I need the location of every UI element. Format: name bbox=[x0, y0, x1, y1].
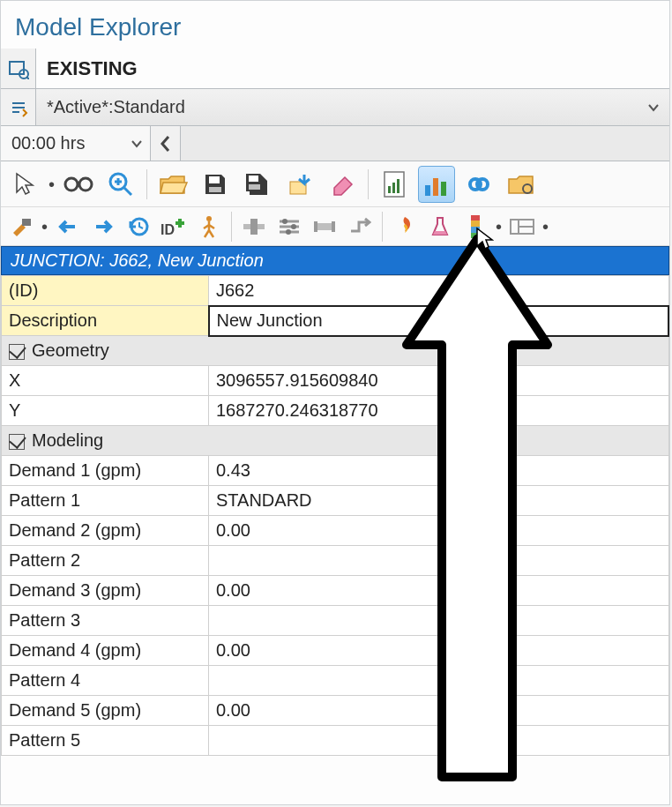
svg-rect-40 bbox=[471, 220, 480, 227]
row-demand-1: Demand 1 (gpm)0.43 bbox=[2, 456, 669, 486]
label-x: X bbox=[2, 366, 209, 396]
layout-tool-button[interactable] bbox=[507, 212, 537, 242]
row-pattern-1: Pattern 1STANDARD bbox=[2, 486, 669, 516]
save-button[interactable] bbox=[197, 166, 234, 203]
flow-icon bbox=[348, 217, 371, 236]
hyperlink-button[interactable] bbox=[460, 166, 497, 203]
selection-set-icon bbox=[9, 98, 28, 117]
valve-tool-button[interactable] bbox=[239, 212, 269, 242]
toolbar-row-2: • ID bbox=[1, 207, 669, 246]
report-button[interactable] bbox=[376, 166, 413, 203]
scenario-icon-button[interactable] bbox=[1, 49, 36, 88]
arrow-right-icon bbox=[93, 218, 114, 235]
label-description: Description bbox=[2, 306, 209, 336]
link-icon bbox=[63, 175, 93, 194]
row-demand-3: Demand 3 (gpm)0.00 bbox=[2, 576, 669, 606]
folder-open-icon bbox=[158, 172, 188, 197]
history-icon bbox=[127, 215, 150, 238]
add-id-button[interactable]: ID bbox=[159, 212, 189, 242]
hammer-icon bbox=[10, 215, 33, 238]
row-y: Y 1687270.246318770 bbox=[2, 396, 669, 426]
bar-chart-icon bbox=[422, 171, 451, 198]
chevron-down-icon bbox=[131, 138, 143, 150]
eraser-button[interactable] bbox=[324, 166, 361, 203]
selection-set-icon-button[interactable] bbox=[1, 89, 36, 125]
section-modeling[interactable]: Modeling bbox=[2, 426, 669, 456]
eraser-icon bbox=[329, 172, 355, 197]
history-button[interactable] bbox=[123, 212, 153, 242]
selection-set-name: *Active*:Standard bbox=[47, 97, 185, 117]
entity-header: JUNCTION: J662, New Junction bbox=[1, 246, 669, 275]
import-button[interactable] bbox=[281, 166, 318, 203]
pipe-icon bbox=[312, 218, 337, 235]
zoom-in-button[interactable] bbox=[102, 166, 139, 203]
checkbox-icon bbox=[9, 344, 25, 360]
graph-button[interactable] bbox=[418, 166, 455, 203]
chevron-down-icon[interactable] bbox=[638, 89, 669, 125]
time-dropdown[interactable]: 00:00 hrs bbox=[1, 126, 151, 161]
section-geometry[interactable]: Geometry bbox=[2, 336, 669, 366]
selection-set-dropdown[interactable]: *Active*:Standard bbox=[36, 89, 638, 125]
svg-rect-17 bbox=[397, 179, 399, 193]
open-folder-button[interactable] bbox=[154, 166, 191, 203]
pipe-tool-button[interactable] bbox=[310, 212, 340, 242]
link-tool-button[interactable] bbox=[60, 166, 97, 203]
walk-tool-button[interactable] bbox=[194, 212, 224, 242]
svg-point-33 bbox=[282, 219, 287, 224]
row-pattern-3: Pattern 3 bbox=[2, 606, 669, 636]
time-prev-button[interactable] bbox=[151, 126, 181, 161]
time-slider-track[interactable] bbox=[181, 126, 669, 161]
panel-title: Model Explorer bbox=[1, 1, 669, 49]
person-icon bbox=[200, 214, 218, 239]
row-demand-5: Demand 5 (gpm)0.00 bbox=[2, 696, 669, 726]
section-modeling-label: Modeling bbox=[32, 430, 103, 450]
folder-gear-icon bbox=[506, 171, 536, 198]
water-quality-button[interactable] bbox=[425, 212, 455, 242]
svg-text:ID: ID bbox=[161, 222, 175, 237]
row-description: Description New Junction bbox=[2, 306, 669, 336]
value-id[interactable]: J662 bbox=[209, 276, 669, 306]
value-x[interactable]: 3096557.915609840 bbox=[209, 366, 669, 396]
nav-back-button[interactable] bbox=[53, 212, 83, 242]
svg-rect-0 bbox=[10, 62, 24, 74]
sliders-button[interactable] bbox=[274, 212, 304, 242]
svg-rect-38 bbox=[332, 221, 335, 232]
time-value: 00:00 hrs bbox=[11, 133, 85, 153]
save-icon bbox=[202, 171, 228, 198]
label-id: (ID) bbox=[2, 276, 209, 306]
row-pattern-5: Pattern 5 bbox=[2, 726, 669, 756]
sliders-icon bbox=[278, 217, 301, 236]
pointer-tool-button[interactable] bbox=[6, 166, 43, 203]
svg-rect-12 bbox=[249, 184, 260, 190]
svg-rect-29 bbox=[250, 219, 258, 235]
svg-rect-20 bbox=[441, 182, 446, 196]
svg-point-4 bbox=[79, 178, 92, 191]
flow-tool-button[interactable] bbox=[345, 212, 375, 242]
checkbox-icon bbox=[9, 434, 25, 450]
scenario-row: EXISTING bbox=[1, 49, 669, 89]
attachments-button[interactable] bbox=[503, 166, 540, 203]
svg-point-35 bbox=[286, 229, 291, 235]
selection-set-row: *Active*:Standard bbox=[1, 89, 669, 126]
svg-rect-9 bbox=[209, 176, 220, 183]
id-plus-icon: ID bbox=[161, 215, 187, 238]
fire-flow-button[interactable] bbox=[390, 212, 420, 242]
value-y[interactable]: 1687270.246318770 bbox=[209, 396, 669, 426]
svg-point-3 bbox=[65, 178, 78, 191]
report-icon bbox=[382, 170, 407, 198]
chain-icon bbox=[464, 174, 494, 195]
row-x: X 3096557.915609840 bbox=[2, 366, 669, 396]
pointer-icon bbox=[13, 171, 36, 198]
fire-icon bbox=[395, 215, 414, 238]
save-all-icon bbox=[243, 170, 273, 198]
svg-rect-15 bbox=[388, 186, 391, 193]
label-y: Y bbox=[2, 396, 209, 426]
nav-forward-button[interactable] bbox=[88, 212, 118, 242]
save-all-button[interactable] bbox=[239, 166, 276, 203]
svg-rect-10 bbox=[209, 187, 221, 192]
svg-rect-16 bbox=[392, 183, 395, 193]
build-tool-button[interactable] bbox=[6, 212, 36, 242]
scenario-name[interactable]: EXISTING bbox=[36, 49, 669, 88]
value-description[interactable]: New Junction bbox=[209, 306, 669, 336]
scenario-icon bbox=[8, 58, 29, 79]
